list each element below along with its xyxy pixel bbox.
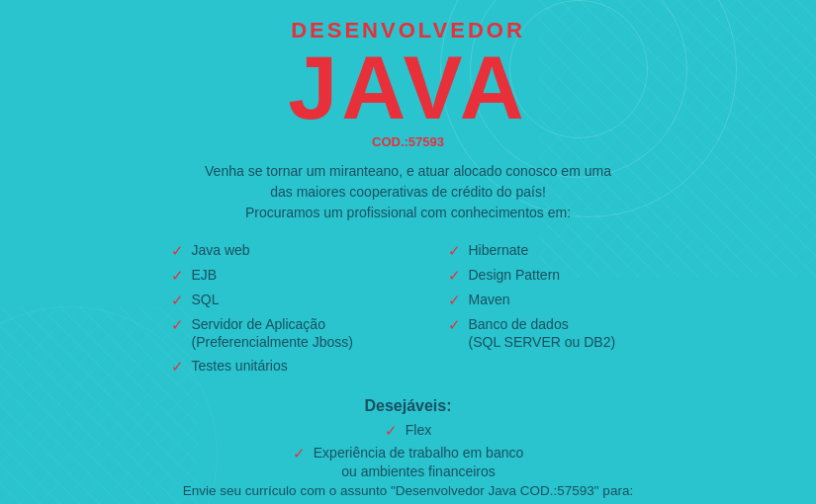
- skill-text: Testes unitários: [192, 357, 288, 375]
- java-title: JAVA: [0, 43, 816, 132]
- skill-text: Experiência de trabalho em bancoou ambie…: [314, 444, 523, 479]
- skills-right-col: ✓ Hibernate ✓ Design Pattern ✓ Maven ✓ B…: [448, 241, 646, 381]
- skill-text: Maven: [469, 291, 510, 308]
- main-content: DESENVOLVEDOR JAVA COD.:57593 Venha se t…: [0, 0, 816, 480]
- skill-text: Design Pattern: [469, 266, 561, 284]
- desejav-item-experiencia: ✓ Experiência de trabalho em bancoou amb…: [293, 444, 523, 479]
- description: Venha se tornar um miranteano, e atuar a…: [0, 161, 816, 223]
- checkmark-icon: ✓: [448, 242, 461, 260]
- bottom-text: Envie seu currículo com o assunto "Desen…: [0, 483, 816, 504]
- cod-label: COD.:57593: [0, 134, 816, 149]
- skill-text: Flex: [406, 421, 431, 439]
- desejav-section: Desejáveis: ✓ Flex ✓ Experiência de trab…: [0, 397, 816, 479]
- skill-item-ejb: ✓ EJB: [171, 266, 369, 285]
- skill-item-designpattern: ✓ Design Pattern: [448, 266, 646, 285]
- checkmark-icon: ✓: [171, 316, 184, 334]
- desc-line3: Procuramos um profissional com conhecime…: [0, 203, 816, 223]
- skill-item-sql: ✓ SQL: [171, 291, 369, 309]
- desejav-item-flex: ✓ Flex: [385, 421, 431, 440]
- checkmark-icon: ✓: [171, 267, 184, 285]
- skills-section: ✓ Java web ✓ EJB ✓ SQL ✓ Servidor de Apl…: [0, 241, 816, 381]
- checkmark-icon: ✓: [171, 358, 184, 376]
- skill-item-hibernate: ✓ Hibernate: [448, 241, 646, 260]
- skill-item-javaweb: ✓ Java web: [171, 241, 369, 260]
- skill-text: SQL: [192, 291, 220, 308]
- skill-text: EJB: [192, 266, 218, 284]
- skill-text: Java web: [192, 241, 250, 259]
- checkmark-icon: ✓: [448, 292, 461, 309]
- skill-item-servidor: ✓ Servidor de Aplicação(Preferencialment…: [171, 315, 369, 351]
- desejav-title: Desejáveis:: [0, 397, 816, 415]
- checkmark-icon: ✓: [385, 422, 398, 440]
- skill-item-maven: ✓ Maven: [448, 291, 646, 309]
- checkmark-icon: ✓: [171, 292, 184, 309]
- desc-line2: das maiores cooperativas de crédito do p…: [0, 182, 816, 203]
- skill-text: Hibernate: [469, 241, 529, 259]
- desc-line1: Venha se tornar um miranteano, e atuar a…: [0, 161, 816, 182]
- skill-text: Banco de dados(SQL SERVER ou DB2): [469, 315, 616, 351]
- checkmark-icon: ✓: [293, 445, 306, 462]
- skill-text: Servidor de Aplicação(Preferencialmente …: [192, 315, 353, 351]
- skill-item-testes: ✓ Testes unitários: [171, 357, 369, 376]
- checkmark-icon: ✓: [448, 316, 461, 334]
- skill-item-banco: ✓ Banco de dados(SQL SERVER ou DB2): [448, 315, 646, 351]
- desejav-items: ✓ Flex ✓ Experiência de trabalho em banc…: [0, 421, 816, 479]
- checkmark-icon: ✓: [448, 267, 461, 285]
- skills-left-col: ✓ Java web ✓ EJB ✓ SQL ✓ Servidor de Apl…: [171, 241, 369, 381]
- checkmark-icon: ✓: [171, 242, 184, 260]
